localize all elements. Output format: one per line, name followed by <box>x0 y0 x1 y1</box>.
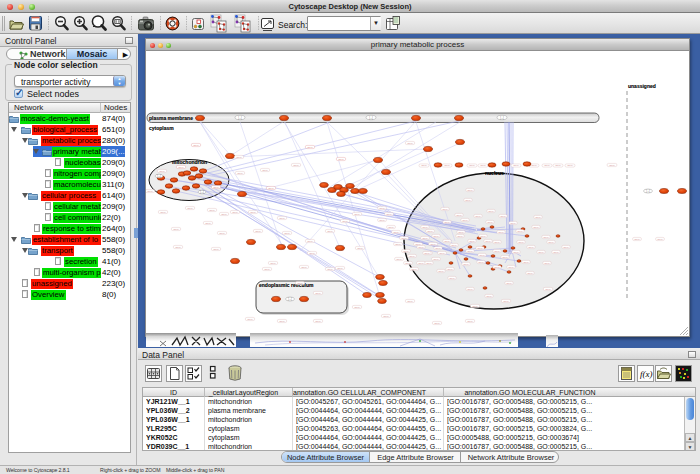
svg-text:(xx-x): (xx-x) <box>458 231 464 233</box>
svg-text:(xx-x): (xx-x) <box>247 318 253 320</box>
svg-text:(xx-x): (xx-x) <box>422 237 428 239</box>
svg-text:(xx-x): (xx-x) <box>527 272 533 274</box>
svg-text:unassigned: unassigned <box>628 83 656 89</box>
svg-text:(xx-x): (xx-x) <box>469 164 475 166</box>
svg-text:(xx-x): (xx-x) <box>518 241 524 243</box>
svg-text:(xx-x): (xx-x) <box>160 211 166 213</box>
svg-text:(xx-x): (xx-x) <box>159 170 165 172</box>
svg-text:(xx-x): (xx-x) <box>486 295 492 297</box>
svg-text:(xx-x): (xx-x) <box>447 268 453 270</box>
svg-text:(xx-x): (xx-x) <box>609 164 615 166</box>
svg-text:(xx-x): (xx-x) <box>457 235 463 237</box>
svg-text:(xx-x): (xx-x) <box>232 211 238 213</box>
svg-text:(xx-x): (xx-x) <box>236 156 242 158</box>
svg-text:(xx-x): (xx-x) <box>268 187 274 189</box>
svg-text:(xx-x): (xx-x) <box>500 215 506 217</box>
svg-text:(xx-x): (xx-x) <box>494 250 500 252</box>
svg-text:(xx-x): (xx-x) <box>337 267 343 269</box>
svg-text:(xx-x): (xx-x) <box>513 164 519 166</box>
svg-text:(xx-x): (xx-x) <box>567 164 573 166</box>
svg-text:(xx-x): (xx-x) <box>485 240 491 242</box>
svg-text:f(x): f(x) <box>640 369 653 379</box>
svg-text:(xx-x): (xx-x) <box>383 315 389 317</box>
svg-text:(xx-x): (xx-x) <box>221 213 227 215</box>
svg-text:(xx-x): (xx-x) <box>270 262 276 264</box>
svg-text:(xx-x): (xx-x) <box>553 251 559 253</box>
svg-text:(xx-x): (xx-x) <box>209 209 215 211</box>
svg-text:(xx-x): (xx-x) <box>411 268 417 270</box>
svg-text:(xx-x): (xx-x) <box>523 261 529 263</box>
svg-text:(xx-x): (xx-x) <box>307 240 313 242</box>
svg-text:(xx-x): (xx-x) <box>421 164 427 166</box>
svg-text:(xx-x): (xx-x) <box>475 215 481 217</box>
svg-text:plasma membrane: plasma membrane <box>149 115 193 121</box>
svg-text:(xx-x): (xx-x) <box>418 246 424 248</box>
svg-text:(xx-x): (xx-x) <box>213 248 219 250</box>
svg-text:nucleus: nucleus <box>485 170 504 176</box>
svg-text:(xx-x): (xx-x) <box>478 261 484 263</box>
svg-text:(xx-x): (xx-x) <box>386 213 392 215</box>
svg-text:(xx-x): (xx-x) <box>342 220 348 222</box>
svg-text:(xx-x): (xx-x) <box>444 164 450 166</box>
svg-text:(xx-x): (xx-x) <box>357 247 363 249</box>
svg-text:(xx-x): (xx-x) <box>449 277 455 279</box>
svg-text:(xx-x): (xx-x) <box>494 241 500 243</box>
svg-text:(xx-x): (xx-x) <box>405 262 411 264</box>
svg-text:(xx-x): (xx-x) <box>173 228 179 230</box>
svg-text:[...]: [...] <box>200 190 204 194</box>
svg-text:(xx-x): (xx-x) <box>528 246 534 248</box>
svg-text:(xx-x): (xx-x) <box>338 158 344 160</box>
svg-text:(xx-x): (xx-x) <box>250 211 256 213</box>
svg-text:(xx-x): (xx-x) <box>544 164 550 166</box>
svg-text:(xx-x): (xx-x) <box>433 258 439 260</box>
svg-text:[...]: [...] <box>238 116 242 120</box>
svg-text:(xx-x): (xx-x) <box>480 164 486 166</box>
svg-text:(xx-x): (xx-x) <box>255 230 261 232</box>
svg-text:(xx-x): (xx-x) <box>395 243 401 245</box>
svg-text:(xx-x): (xx-x) <box>503 300 509 302</box>
svg-text:(xx-x): (xx-x) <box>465 199 471 201</box>
svg-text:(xx-x): (xx-x) <box>264 268 270 270</box>
svg-text:(xx-x): (xx-x) <box>517 230 523 232</box>
svg-text:(xx-x): (xx-x) <box>379 207 385 209</box>
svg-text:(xx-x): (xx-x) <box>407 300 413 302</box>
svg-text:(xx-x): (xx-x) <box>433 235 439 237</box>
svg-text:(xx-x): (xx-x) <box>213 186 219 188</box>
svg-text:(xx-x): (xx-x) <box>205 222 211 224</box>
svg-text:(xx-x): (xx-x) <box>175 246 181 248</box>
svg-text:(xx-x): (xx-x) <box>430 243 436 245</box>
svg-text:(xx-x): (xx-x) <box>297 282 303 284</box>
svg-text:mitochondrion: mitochondrion <box>172 159 207 165</box>
svg-text:[...]: [...] <box>646 189 650 193</box>
svg-text:(xx-x): (xx-x) <box>327 230 333 232</box>
svg-text:(xx-x): (xx-x) <box>548 241 554 243</box>
svg-text:(xx-x): (xx-x) <box>438 270 444 272</box>
svg-text:(xx-x): (xx-x) <box>309 252 315 254</box>
svg-text:(xx-x): (xx-x) <box>510 222 516 224</box>
svg-text:(xx-x): (xx-x) <box>531 164 537 166</box>
svg-text:(xx-x): (xx-x) <box>301 266 307 268</box>
svg-text:(xx-x): (xx-x) <box>508 266 514 268</box>
svg-text:(xx-x): (xx-x) <box>498 231 504 233</box>
svg-text:(xx-x): (xx-x) <box>434 322 440 324</box>
svg-text:(xx-x): (xx-x) <box>467 288 473 290</box>
svg-text:(xx-x): (xx-x) <box>439 252 445 254</box>
svg-text:(xx-x): (xx-x) <box>379 219 385 221</box>
svg-text:(xx-x): (xx-x) <box>487 221 493 223</box>
svg-text:(xx-x): (xx-x) <box>327 268 333 270</box>
svg-text:(xx-x): (xx-x) <box>538 251 544 253</box>
svg-text:(xx-x): (xx-x) <box>262 169 268 171</box>
svg-text:(xx-x): (xx-x) <box>462 219 468 221</box>
svg-text:(xx-x): (xx-x) <box>219 232 225 234</box>
svg-text:(xx-x): (xx-x) <box>435 247 441 249</box>
svg-text:(xx-x): (xx-x) <box>284 232 290 234</box>
svg-text:(xx-x): (xx-x) <box>451 244 457 246</box>
svg-text:(xx-x): (xx-x) <box>396 258 402 260</box>
svg-text:(xx-x): (xx-x) <box>307 146 313 148</box>
svg-text:(xx-x): (xx-x) <box>513 251 519 253</box>
svg-text:(xx-x): (xx-x) <box>442 208 448 210</box>
svg-text:(xx-x): (xx-x) <box>315 292 321 294</box>
svg-text:(xx-x): (xx-x) <box>407 142 413 144</box>
svg-text:[...]: [...] <box>369 116 373 120</box>
svg-text:(xx-x): (xx-x) <box>634 238 640 240</box>
